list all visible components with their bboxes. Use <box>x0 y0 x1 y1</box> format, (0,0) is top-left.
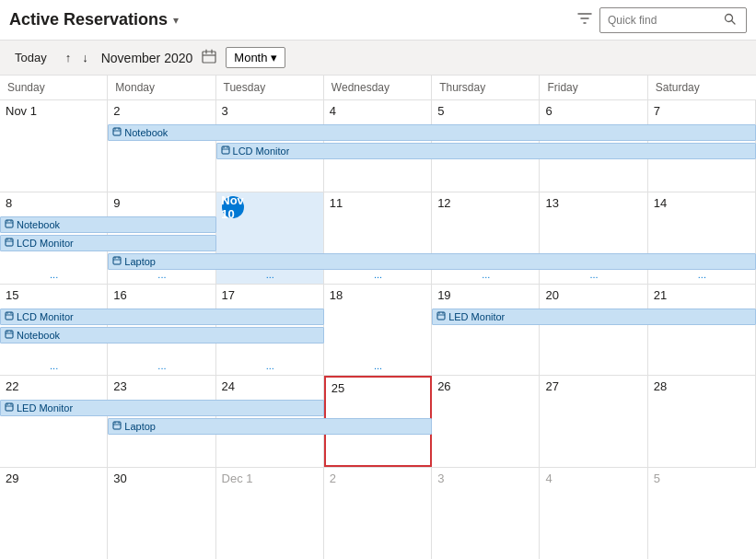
prev-button[interactable]: ↑ <box>62 49 76 66</box>
day-cell-w0-d0[interactable]: Nov 1 <box>0 100 108 192</box>
event-bar[interactable]: Notebook <box>108 124 756 141</box>
today-label: Today <box>15 51 47 64</box>
search-icon <box>724 13 736 28</box>
more-events-link[interactable]: ... <box>224 269 317 280</box>
day-number: 17 <box>222 288 318 302</box>
view-dropdown-button[interactable]: Month ▾ <box>226 47 285 68</box>
event-label: LED Monitor <box>448 311 505 322</box>
day-number: 30 <box>113 472 209 485</box>
day-number: 15 <box>6 288 101 302</box>
event-bar[interactable]: LCD Monitor <box>0 309 324 325</box>
header-thursday: Thursday <box>432 76 540 99</box>
header-friday: Friday <box>540 76 647 99</box>
day-cell-w3-d0[interactable]: 22 <box>0 376 108 467</box>
month-year-label: November 2020 <box>101 51 193 65</box>
next-button[interactable]: ↓ <box>78 49 92 66</box>
event-icon <box>112 127 122 138</box>
day-number: 27 <box>545 379 641 393</box>
week-row-4: 2930Dec 12345 <box>0 468 756 559</box>
header: Active Reservations ▾ <box>0 0 756 41</box>
svg-rect-22 <box>113 257 121 264</box>
day-number: 25 <box>331 381 425 395</box>
title-chevron-icon[interactable]: ▾ <box>173 14 179 27</box>
day-cell-w2-d5[interactable]: 20 <box>540 285 647 376</box>
day-cell-w4-d4[interactable]: 3 <box>432 468 540 559</box>
view-label: Month <box>234 51 267 64</box>
more-events-link[interactable]: ... <box>439 269 532 280</box>
day-cell-w4-d0[interactable]: 29 <box>0 468 108 559</box>
nav-arrows: ↑ ↓ <box>62 49 92 66</box>
toolbar: Today ↑ ↓ November 2020 Month ▾ <box>0 41 756 76</box>
svg-rect-34 <box>6 331 13 338</box>
day-cell-w4-d1[interactable]: 30 <box>108 468 215 559</box>
event-icon <box>5 330 14 341</box>
day-number: 29 <box>6 472 101 485</box>
event-label: LCD Monitor <box>17 238 74 249</box>
event-bar[interactable]: LED Monitor <box>0 400 324 416</box>
event-bar[interactable]: Laptop <box>108 418 432 435</box>
event-bar[interactable]: LCD Monitor <box>0 235 216 251</box>
event-bar[interactable]: Laptop <box>108 253 756 270</box>
event-label: LCD Monitor <box>233 146 290 157</box>
day-number: 4 <box>330 104 425 118</box>
header-left: Active Reservations ▾ <box>9 10 179 29</box>
more-events-link[interactable]: ... <box>115 360 208 371</box>
more-events-link[interactable]: ... <box>7 269 100 280</box>
day-number: 9 <box>113 196 209 210</box>
page-title: Active Reservations <box>9 10 168 29</box>
event-bar[interactable]: Notebook <box>0 327 324 344</box>
calendar-icon <box>202 49 216 66</box>
day-number: 3 <box>222 104 318 118</box>
event-label: Laptop <box>124 421 156 432</box>
day-cell-w4-d6[interactable]: 5 <box>648 468 756 559</box>
svg-rect-14 <box>6 220 13 227</box>
svg-rect-42 <box>113 422 121 429</box>
today-button[interactable]: Today <box>9 48 52 67</box>
filter-icon[interactable] <box>577 11 592 29</box>
event-icon <box>5 402 14 413</box>
search-input[interactable] <box>608 14 718 27</box>
event-label: Notebook <box>17 330 60 341</box>
more-events-link[interactable]: ... <box>224 360 317 371</box>
day-number: 5 <box>437 104 533 118</box>
event-bar[interactable]: Notebook <box>0 216 216 233</box>
event-icon <box>5 311 14 322</box>
day-number: Nov 10 <box>222 196 244 218</box>
event-bar[interactable]: LCD Monitor <box>216 143 756 159</box>
more-events-link[interactable]: ... <box>331 269 425 280</box>
day-cell-w4-d2[interactable]: Dec 1 <box>216 468 324 559</box>
search-box <box>599 7 747 33</box>
day-cell-w4-d5[interactable]: 4 <box>540 468 647 559</box>
more-events-link[interactable]: ... <box>7 360 100 371</box>
svg-line-1 <box>732 20 736 24</box>
calendar: Sunday Monday Tuesday Wednesday Thursday… <box>0 76 756 559</box>
day-cell-w0-d1[interactable]: 2 <box>108 100 215 192</box>
event-bar[interactable]: LED Monitor <box>432 309 756 325</box>
week-row-2: 15161718192021LCD MonitorLED MonitorNote… <box>0 285 756 377</box>
day-number: Nov 1 <box>6 104 101 118</box>
day-number: 19 <box>437 288 533 302</box>
more-events-link[interactable]: ... <box>115 269 208 280</box>
event-icon <box>112 256 122 267</box>
day-number: 2 <box>113 104 209 118</box>
day-number: 24 <box>222 379 318 393</box>
header-right <box>577 7 747 33</box>
header-wednesday: Wednesday <box>324 76 432 99</box>
day-cell-w2-d4[interactable]: 19 <box>432 285 540 376</box>
more-events-link[interactable]: ... <box>656 269 749 280</box>
day-cell-w3-d4[interactable]: 26 <box>432 376 540 467</box>
day-cell-w2-d6[interactable]: 21 <box>648 285 756 376</box>
day-cell-w3-d6[interactable]: 28 <box>648 376 756 467</box>
day-cell-w4-d3[interactable]: 2 <box>324 468 432 559</box>
event-label: Notebook <box>124 127 168 138</box>
more-events-link[interactable]: ... <box>548 269 641 280</box>
day-number: 28 <box>654 379 750 393</box>
day-number: 4 <box>545 472 641 485</box>
svg-rect-30 <box>437 312 445 320</box>
day-number: 13 <box>545 196 641 210</box>
day-number: Dec 1 <box>222 472 318 485</box>
day-cell-w3-d5[interactable]: 27 <box>540 376 647 467</box>
more-events-link[interactable]: ... <box>331 360 425 371</box>
event-label: LED Monitor <box>17 402 73 413</box>
week-row-3: 22232425262728LED MonitorLaptop <box>0 376 756 468</box>
